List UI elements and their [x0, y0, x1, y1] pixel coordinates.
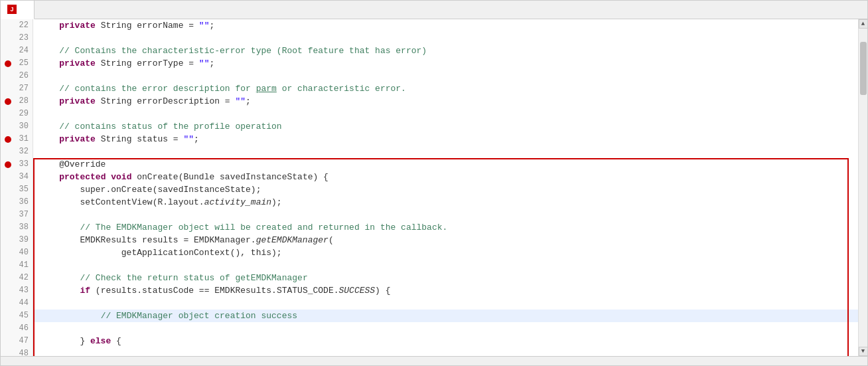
- string-token: "": [183, 134, 194, 144]
- line-number: 26: [13, 70, 29, 82]
- tab-mainactivity[interactable]: J: [1, 1, 35, 19]
- no-breakpoint[interactable]: [5, 288, 11, 294]
- code-line: private String errorType = "";: [33, 57, 858, 70]
- keyword-token: if: [80, 286, 90, 296]
- line-number-row: 43: [5, 284, 29, 297]
- line-number: 45: [13, 310, 29, 322]
- code-line: getApplicationContext(), this);: [33, 246, 858, 259]
- code-line: [33, 259, 858, 272]
- line-number: 42: [13, 272, 29, 284]
- comment-token: // Check the return status of getEMDKMan…: [80, 273, 307, 283]
- line-number-row: 23: [5, 32, 29, 45]
- line-number-row: 48: [5, 347, 29, 356]
- line-number: 32: [13, 145, 29, 158]
- no-breakpoint[interactable]: [5, 325, 11, 332]
- code-line: @Override: [33, 158, 858, 171]
- no-breakpoint[interactable]: [5, 35, 11, 42]
- line-number: 31: [13, 133, 29, 145]
- line-number: 48: [13, 347, 29, 356]
- string-token: "": [235, 96, 246, 106]
- no-breakpoint[interactable]: [5, 262, 11, 269]
- scroll-down-button[interactable]: ▼: [859, 347, 868, 356]
- code-line: private String errorName = "";: [33, 19, 858, 32]
- line-number: 28: [13, 95, 29, 108]
- line-number: 36: [13, 196, 29, 209]
- no-breakpoint[interactable]: [5, 351, 11, 357]
- line-number: 46: [13, 322, 29, 335]
- line-number-row: 32: [5, 145, 29, 158]
- code-line: EMDKResults results = EMDKManager.getEMD…: [33, 234, 858, 246]
- no-breakpoint[interactable]: [5, 250, 11, 256]
- no-breakpoint[interactable]: [5, 237, 11, 244]
- line-number: 43: [13, 284, 29, 297]
- breakpoint-icon[interactable]: [5, 136, 11, 143]
- code-line: // contains the error description for pa…: [33, 82, 858, 95]
- code-line: private String status = "";: [33, 133, 858, 145]
- no-breakpoint[interactable]: [5, 111, 11, 118]
- italic-token: getEMDKManager: [256, 235, 328, 245]
- no-breakpoint[interactable]: [5, 225, 11, 231]
- breakpoint-icon[interactable]: [5, 60, 11, 67]
- no-breakpoint[interactable]: [5, 124, 11, 130]
- no-breakpoint[interactable]: [5, 338, 11, 345]
- code-scroll-area[interactable]: private String errorName = ""; // Contai…: [33, 19, 858, 356]
- line-number: 23: [13, 32, 29, 45]
- no-breakpoint[interactable]: [5, 86, 11, 92]
- code-line: } else {: [33, 335, 858, 347]
- no-breakpoint[interactable]: [5, 174, 11, 181]
- no-breakpoint[interactable]: [5, 199, 11, 206]
- code-line: if (results.statusCode == EMDKResults.ST…: [33, 284, 858, 297]
- line-number-row: 42: [5, 272, 29, 284]
- line-number-row: 41: [5, 259, 29, 272]
- code-line: [33, 347, 858, 356]
- no-breakpoint[interactable]: [5, 48, 11, 54]
- no-breakpoint[interactable]: [5, 300, 11, 307]
- no-breakpoint[interactable]: [5, 149, 11, 155]
- string-token: "": [199, 21, 210, 31]
- keyword-token: private: [59, 58, 96, 68]
- line-numbers: 2223242526272829303132333435363738394041…: [1, 19, 33, 356]
- no-breakpoint[interactable]: [5, 275, 11, 282]
- line-number: 44: [13, 297, 29, 310]
- line-number-row: 33: [5, 158, 29, 171]
- italic-token: activity_main: [204, 197, 271, 207]
- comment-token: // EMDKManager object creation success: [101, 311, 297, 321]
- line-number-row: 46: [5, 322, 29, 335]
- scroll-up-button[interactable]: ▲: [859, 19, 868, 29]
- line-number: 38: [13, 221, 29, 234]
- line-number-row: 24: [5, 45, 29, 57]
- no-breakpoint[interactable]: [5, 23, 11, 29]
- comment-token: // contains status of the profile operat…: [59, 122, 281, 132]
- line-number: 22: [13, 19, 29, 32]
- keyword-token: protected void: [59, 172, 131, 182]
- scrollbar-vertical[interactable]: ▲ ▼: [858, 19, 867, 356]
- string-token: "": [199, 58, 210, 68]
- code-line: private String errorDescription = "";: [33, 95, 858, 108]
- keyword-token: private: [59, 96, 96, 106]
- no-breakpoint[interactable]: [5, 212, 11, 219]
- no-breakpoint[interactable]: [5, 313, 11, 320]
- tab-java-icon: J: [7, 5, 17, 14]
- scrollbar-thumb[interactable]: [860, 42, 867, 95]
- comment-token: // The EMDKManager object will be create…: [80, 223, 447, 232]
- no-breakpoint[interactable]: [5, 73, 11, 80]
- line-number-row: 30: [5, 120, 29, 133]
- line-number-row: 40: [5, 246, 29, 259]
- keyword-token: private: [59, 21, 96, 31]
- line-number: 34: [13, 171, 29, 183]
- code-line: [33, 70, 858, 82]
- line-number: 24: [13, 45, 29, 57]
- line-number-row: 35: [5, 183, 29, 196]
- line-number-row: 34: [5, 171, 29, 183]
- keyword-token: else: [90, 336, 111, 346]
- line-number: 35: [13, 183, 29, 196]
- code-line: // Contains the characteristic-error typ…: [33, 45, 858, 57]
- code-line: // EMDKManager object creation success: [33, 310, 858, 322]
- breakpoint-icon[interactable]: [5, 98, 11, 105]
- breakpoint-icon[interactable]: [5, 161, 11, 168]
- no-breakpoint[interactable]: [5, 187, 11, 193]
- line-number-row: 26: [5, 70, 29, 82]
- line-number-row: 39: [5, 234, 29, 246]
- line-number-row: 44: [5, 297, 29, 310]
- code-line: // contains status of the profile operat…: [33, 120, 858, 133]
